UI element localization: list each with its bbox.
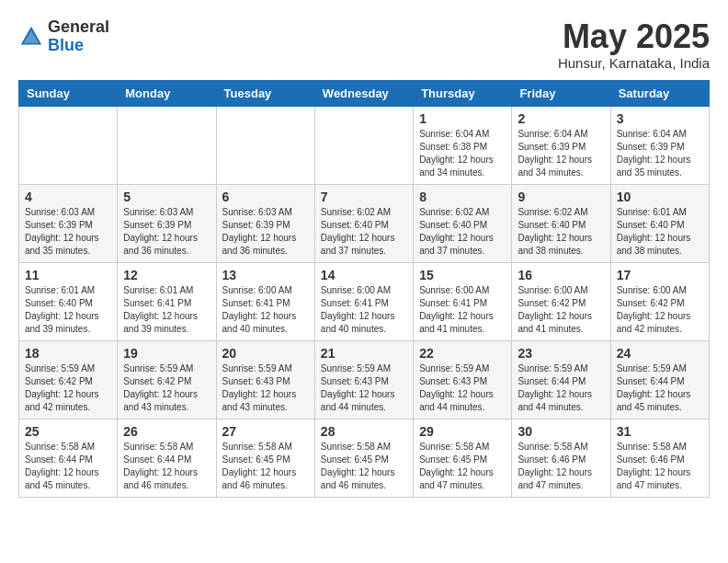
calendar-week-2: 4Sunrise: 6:03 AM Sunset: 6:39 PM Daylig… — [19, 184, 710, 262]
day-info: Sunrise: 6:04 AM Sunset: 6:39 PM Dayligh… — [518, 128, 604, 179]
weekday-header-tuesday: Tuesday — [216, 80, 314, 106]
day-number: 18 — [25, 346, 111, 361]
day-info: Sunrise: 6:03 AM Sunset: 6:39 PM Dayligh… — [25, 206, 111, 258]
day-info: Sunrise: 6:01 AM Sunset: 6:40 PM Dayligh… — [617, 206, 703, 258]
day-number: 9 — [518, 190, 604, 204]
weekday-header-thursday: Thursday — [414, 80, 512, 106]
weekday-header-monday: Monday — [118, 80, 216, 106]
day-info: Sunrise: 6:04 AM Sunset: 6:39 PM Dayligh… — [617, 128, 703, 179]
logo-icon — [18, 24, 44, 50]
calendar-cell: 18Sunrise: 5:59 AM Sunset: 6:42 PM Dayli… — [19, 340, 118, 419]
day-info: Sunrise: 5:59 AM Sunset: 6:43 PM Dayligh… — [222, 362, 309, 414]
day-number: 5 — [123, 190, 210, 204]
weekday-header-wednesday: Wednesday — [314, 80, 413, 106]
calendar-week-5: 25Sunrise: 5:58 AM Sunset: 6:44 PM Dayli… — [19, 419, 710, 497]
calendar-cell: 6Sunrise: 6:03 AM Sunset: 6:39 PM Daylig… — [216, 184, 314, 262]
day-number: 21 — [321, 346, 407, 361]
calendar-cell: 22Sunrise: 5:59 AM Sunset: 6:43 PM Dayli… — [414, 340, 512, 419]
calendar-cell: 25Sunrise: 5:58 AM Sunset: 6:44 PM Dayli… — [19, 419, 118, 497]
day-info: Sunrise: 6:01 AM Sunset: 6:41 PM Dayligh… — [123, 284, 210, 336]
day-number: 19 — [123, 346, 210, 361]
calendar-cell: 10Sunrise: 6:01 AM Sunset: 6:40 PM Dayli… — [610, 184, 709, 262]
calendar-cell — [216, 106, 314, 184]
day-number: 4 — [25, 190, 111, 204]
calendar-cell: 20Sunrise: 5:59 AM Sunset: 6:43 PM Dayli… — [216, 340, 314, 419]
day-info: Sunrise: 5:59 AM Sunset: 6:42 PM Dayligh… — [123, 362, 210, 414]
day-info: Sunrise: 5:58 AM Sunset: 6:46 PM Dayligh… — [617, 441, 703, 492]
day-info: Sunrise: 5:59 AM Sunset: 6:43 PM Dayligh… — [321, 362, 407, 414]
calendar-table: SundayMondayTuesdayWednesdayThursdayFrid… — [18, 80, 710, 498]
calendar-cell: 3Sunrise: 6:04 AM Sunset: 6:39 PM Daylig… — [610, 106, 709, 184]
day-number: 24 — [617, 346, 703, 361]
day-number: 26 — [123, 424, 210, 439]
day-info: Sunrise: 6:00 AM Sunset: 6:41 PM Dayligh… — [222, 284, 309, 336]
day-info: Sunrise: 5:59 AM Sunset: 6:44 PM Dayligh… — [518, 362, 604, 414]
day-info: Sunrise: 6:03 AM Sunset: 6:39 PM Dayligh… — [222, 206, 309, 258]
day-number: 11 — [25, 268, 111, 282]
day-info: Sunrise: 6:02 AM Sunset: 6:40 PM Dayligh… — [419, 206, 506, 258]
day-info: Sunrise: 6:00 AM Sunset: 6:42 PM Dayligh… — [518, 284, 604, 336]
day-info: Sunrise: 5:59 AM Sunset: 6:42 PM Dayligh… — [25, 362, 111, 414]
calendar-cell: 13Sunrise: 6:00 AM Sunset: 6:41 PM Dayli… — [216, 262, 314, 340]
day-info: Sunrise: 5:58 AM Sunset: 6:46 PM Dayligh… — [518, 441, 604, 492]
day-number: 20 — [222, 346, 309, 361]
weekday-header-saturday: Saturday — [610, 80, 709, 106]
day-number: 14 — [321, 268, 407, 282]
calendar-cell: 24Sunrise: 5:59 AM Sunset: 6:44 PM Dayli… — [610, 340, 709, 419]
month-title: May 2025 — [558, 18, 710, 55]
day-number: 27 — [222, 424, 309, 439]
weekday-header-sunday: Sunday — [19, 80, 118, 106]
calendar-week-1: 1Sunrise: 6:04 AM Sunset: 6:38 PM Daylig… — [19, 106, 710, 184]
calendar-cell: 4Sunrise: 6:03 AM Sunset: 6:39 PM Daylig… — [19, 184, 118, 262]
calendar-week-4: 18Sunrise: 5:59 AM Sunset: 6:42 PM Dayli… — [19, 340, 710, 419]
day-number: 17 — [617, 268, 703, 282]
calendar-cell: 15Sunrise: 6:00 AM Sunset: 6:41 PM Dayli… — [414, 262, 512, 340]
day-info: Sunrise: 5:58 AM Sunset: 6:44 PM Dayligh… — [25, 441, 111, 492]
day-info: Sunrise: 6:00 AM Sunset: 6:42 PM Dayligh… — [617, 284, 703, 336]
calendar-cell — [19, 106, 118, 184]
day-number: 8 — [419, 190, 506, 204]
calendar-cell: 29Sunrise: 5:58 AM Sunset: 6:45 PM Dayli… — [414, 419, 512, 497]
logo-general-text: General — [48, 18, 109, 37]
calendar-cell: 28Sunrise: 5:58 AM Sunset: 6:45 PM Dayli… — [314, 419, 413, 497]
day-info: Sunrise: 6:00 AM Sunset: 6:41 PM Dayligh… — [321, 284, 407, 336]
calendar-cell: 17Sunrise: 6:00 AM Sunset: 6:42 PM Dayli… — [610, 262, 709, 340]
day-number: 13 — [222, 268, 309, 282]
day-info: Sunrise: 6:03 AM Sunset: 6:39 PM Dayligh… — [123, 206, 210, 258]
day-info: Sunrise: 6:04 AM Sunset: 6:38 PM Dayligh… — [419, 128, 506, 179]
day-number: 30 — [518, 424, 604, 439]
day-info: Sunrise: 6:01 AM Sunset: 6:40 PM Dayligh… — [25, 284, 111, 336]
calendar-cell: 2Sunrise: 6:04 AM Sunset: 6:39 PM Daylig… — [512, 106, 610, 184]
day-number: 29 — [419, 424, 506, 439]
weekday-header-row: SundayMondayTuesdayWednesdayThursdayFrid… — [19, 80, 710, 106]
page-header: General Blue May 2025 Hunsur, Karnataka,… — [18, 18, 710, 71]
weekday-header-friday: Friday — [512, 80, 610, 106]
calendar-cell — [118, 106, 216, 184]
day-number: 10 — [617, 190, 703, 204]
calendar-cell: 9Sunrise: 6:02 AM Sunset: 6:40 PM Daylig… — [512, 184, 610, 262]
calendar-cell: 11Sunrise: 6:01 AM Sunset: 6:40 PM Dayli… — [19, 262, 118, 340]
calendar-cell: 1Sunrise: 6:04 AM Sunset: 6:38 PM Daylig… — [414, 106, 512, 184]
day-number: 12 — [123, 268, 210, 282]
day-number: 25 — [25, 424, 111, 439]
logo: General Blue — [18, 18, 109, 55]
day-number: 2 — [518, 111, 604, 126]
calendar-cell: 26Sunrise: 5:58 AM Sunset: 6:44 PM Dayli… — [118, 419, 216, 497]
day-info: Sunrise: 5:59 AM Sunset: 6:43 PM Dayligh… — [419, 362, 506, 414]
calendar-cell: 31Sunrise: 5:58 AM Sunset: 6:46 PM Dayli… — [610, 419, 709, 497]
title-block: May 2025 Hunsur, Karnataka, India — [558, 18, 710, 71]
location-subtitle: Hunsur, Karnataka, India — [558, 55, 710, 71]
day-info: Sunrise: 5:58 AM Sunset: 6:45 PM Dayligh… — [222, 441, 309, 492]
day-number: 16 — [518, 268, 604, 282]
day-info: Sunrise: 6:02 AM Sunset: 6:40 PM Dayligh… — [518, 206, 604, 258]
day-info: Sunrise: 6:00 AM Sunset: 6:41 PM Dayligh… — [419, 284, 506, 336]
calendar-cell: 19Sunrise: 5:59 AM Sunset: 6:42 PM Dayli… — [118, 340, 216, 419]
calendar-cell: 12Sunrise: 6:01 AM Sunset: 6:41 PM Dayli… — [118, 262, 216, 340]
day-number: 7 — [321, 190, 407, 204]
calendar-cell — [314, 106, 413, 184]
calendar-cell: 30Sunrise: 5:58 AM Sunset: 6:46 PM Dayli… — [512, 419, 610, 497]
day-number: 28 — [321, 424, 407, 439]
calendar-cell: 16Sunrise: 6:00 AM Sunset: 6:42 PM Dayli… — [512, 262, 610, 340]
calendar-cell: 14Sunrise: 6:00 AM Sunset: 6:41 PM Dayli… — [314, 262, 413, 340]
day-info: Sunrise: 5:58 AM Sunset: 6:45 PM Dayligh… — [321, 441, 407, 492]
